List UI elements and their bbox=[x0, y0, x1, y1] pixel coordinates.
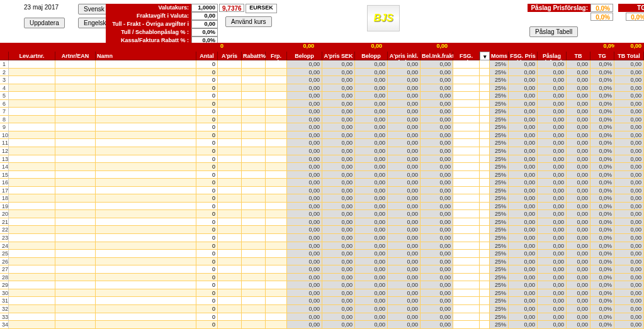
hdr-4: Antal bbox=[196, 52, 218, 60]
hdr-11: A'pris inkl. frakt bbox=[388, 52, 421, 60]
setting-label-3: Tull / Schablonpåslag % : bbox=[106, 28, 191, 36]
hdr-13: FSG. Pris inkl. moms bbox=[453, 52, 480, 60]
setting-value-0[interactable]: 1,0000 bbox=[191, 4, 218, 12]
table-row[interactable]: 1700,000,000,000,000,0025%0,000,000,000,… bbox=[0, 187, 644, 195]
setting-label-1: Fraktavgift i Valuta: bbox=[106, 12, 191, 20]
setting-value-2[interactable]: 0,00 bbox=[191, 20, 218, 28]
moms-dropdown-icon[interactable]: ▾ bbox=[480, 52, 490, 60]
hdr-12: Bel.Ink.frakt bbox=[421, 52, 453, 60]
table-row[interactable]: 100,000,000,000,000,0025%0,000,000,000,0… bbox=[0, 60, 644, 69]
table-row[interactable]: 3000,000,000,000,000,0025%0,000,000,000,… bbox=[0, 289, 644, 298]
hdr-6: Rabatt% bbox=[242, 52, 266, 60]
table-row[interactable]: 1100,000,000,000,000,0025%0,000,000,000,… bbox=[0, 139, 644, 147]
column-headers: Lev.artnr.Artnr/EANNamnAntalA'prisRabatt… bbox=[0, 52, 644, 60]
table-row[interactable]: 1500,000,000,000,000,0025%0,000,000,000,… bbox=[0, 171, 644, 179]
table-row[interactable]: 1000,000,000,000,000,0025%0,000,000,000,… bbox=[0, 131, 644, 140]
hdr-5: A'pris bbox=[218, 52, 242, 60]
total-4: 0 bbox=[196, 43, 225, 52]
total-8: 0,00 bbox=[287, 43, 316, 52]
total-10: 0,00 bbox=[355, 43, 384, 52]
logo: BJS bbox=[367, 5, 400, 31]
table-row[interactable]: 400,000,000,000,000,0025%0,000,000,000,0… bbox=[0, 84, 644, 92]
table-row[interactable]: 3400,000,000,000,000,0025%0,000,000,000,… bbox=[0, 321, 644, 329]
table-row[interactable]: 1800,000,000,000,000,0025%0,000,000,000,… bbox=[0, 194, 644, 203]
update-button[interactable]: Uppdatera bbox=[24, 18, 65, 28]
total-20: 0,00 bbox=[614, 43, 643, 52]
table-row[interactable]: 800,000,000,000,000,0025%0,000,000,000,0… bbox=[0, 116, 644, 124]
table-row[interactable]: 600,000,000,000,000,0025%0,000,000,000,0… bbox=[0, 100, 644, 108]
table-row[interactable]: 3200,000,000,000,000,0025%0,000,000,000,… bbox=[0, 305, 644, 313]
tg-alarm-label: TG Alarm: bbox=[618, 4, 644, 12]
totals-row: 00,000,000,000,0%0,00 bbox=[0, 43, 644, 52]
settings-panel: Valutakurs:1,0000Fraktavgift i Valuta:0,… bbox=[106, 4, 218, 45]
hdr-3: Namn bbox=[96, 52, 196, 60]
hdr-16: FSG. Pris Exkl.Moms bbox=[509, 52, 538, 60]
table-row[interactable]: 700,000,000,000,000,0025%0,000,000,000,0… bbox=[0, 108, 644, 116]
hdr-0 bbox=[0, 52, 9, 60]
setting-label-2: Tull - Frakt - Övriga avgifter i SEK: bbox=[106, 20, 191, 28]
table-row[interactable]: 3100,000,000,000,000,0025%0,000,000,000,… bbox=[0, 297, 644, 305]
table-row[interactable]: 200,000,000,000,000,0025%0,000,000,000,0… bbox=[0, 69, 644, 77]
hdr-20: TB Total bbox=[614, 52, 644, 60]
table-row[interactable]: 1400,000,000,000,000,0025%0,000,000,000,… bbox=[0, 163, 644, 171]
paslag-label: Påslag Prisförslag: bbox=[528, 4, 590, 12]
currency-pair[interactable]: EURSEK bbox=[246, 4, 277, 13]
table-row[interactable]: 2600,000,000,000,000,0025%0,000,000,000,… bbox=[0, 258, 644, 266]
table-row[interactable]: 1300,000,000,000,000,0025%0,000,000,000,… bbox=[0, 155, 644, 164]
table-row[interactable]: 1200,000,000,000,000,0025%0,000,000,000,… bbox=[0, 147, 644, 155]
table-row[interactable]: 2900,000,000,000,000,0025%0,000,000,000,… bbox=[0, 281, 644, 289]
table-row[interactable]: 2500,000,000,000,000,0025%0,000,000,000,… bbox=[0, 250, 644, 258]
hdr-9: A'pris SEK bbox=[322, 52, 355, 60]
tg-alarm-value[interactable]: 0,0% bbox=[626, 13, 644, 21]
hdr-18: TB bbox=[567, 52, 590, 60]
table-row[interactable]: 1900,000,000,000,000,0025%0,000,000,000,… bbox=[0, 203, 644, 211]
table-row[interactable]: 900,000,000,000,000,0025%0,000,000,000,0… bbox=[0, 123, 644, 131]
hdr-17: Påslag Prisförslag bbox=[538, 52, 567, 60]
table-row[interactable]: 2200,000,000,000,000,0025%0,000,000,000,… bbox=[0, 226, 644, 234]
paslag-value[interactable]: 0,0% bbox=[590, 4, 613, 12]
total-12: 0,00 bbox=[421, 43, 449, 52]
hdr-19: TG bbox=[590, 52, 614, 60]
hdr-15: Moms bbox=[490, 52, 509, 60]
hdr-1: Lev.artnr. bbox=[9, 52, 55, 60]
table-row[interactable]: 2100,000,000,000,000,0025%0,000,000,000,… bbox=[0, 218, 644, 226]
table-row[interactable]: 300,000,000,000,000,0025%0,000,000,000,0… bbox=[0, 76, 644, 84]
hdr-10: Belopp SEK bbox=[355, 52, 388, 60]
data-grid[interactable]: 100,000,000,000,000,0025%0,000,000,000,0… bbox=[0, 60, 644, 329]
use-rate-button[interactable]: Använd kurs bbox=[225, 16, 272, 27]
table-row[interactable]: 2400,000,000,000,000,0025%0,000,000,000,… bbox=[0, 242, 644, 250]
paslag-tabell-button[interactable]: Påslag Tabell bbox=[529, 26, 578, 37]
date-label: 23 maj 2017 bbox=[24, 4, 59, 11]
setting-value-1[interactable]: 0,00 bbox=[191, 12, 218, 20]
setting-value-3[interactable]: 0,0% bbox=[191, 28, 218, 36]
table-row[interactable]: 2800,000,000,000,000,0025%0,000,000,000,… bbox=[0, 274, 644, 282]
rate-value: 9,7376 bbox=[219, 4, 244, 12]
table-row[interactable]: 2300,000,000,000,000,0025%0,000,000,000,… bbox=[0, 234, 644, 242]
setting-label-0: Valutakurs: bbox=[106, 4, 191, 12]
hdr-8: Belopp bbox=[287, 52, 322, 60]
table-row[interactable]: 1600,000,000,000,000,0025%0,000,000,000,… bbox=[0, 179, 644, 187]
table-row[interactable]: 2700,000,000,000,000,0025%0,000,000,000,… bbox=[0, 265, 644, 274]
table-row[interactable]: 500,000,000,000,000,0025%0,000,000,000,0… bbox=[0, 92, 644, 100]
table-row[interactable]: 3300,000,000,000,000,0025%0,000,000,000,… bbox=[0, 313, 644, 321]
hdr-2: Artnr/EAN bbox=[55, 52, 96, 60]
table-row[interactable]: 2000,000,000,000,000,0025%0,000,000,000,… bbox=[0, 210, 644, 218]
paslag-extra: 0,0% bbox=[590, 13, 613, 21]
hdr-7: Frp. Stl. bbox=[266, 52, 287, 60]
